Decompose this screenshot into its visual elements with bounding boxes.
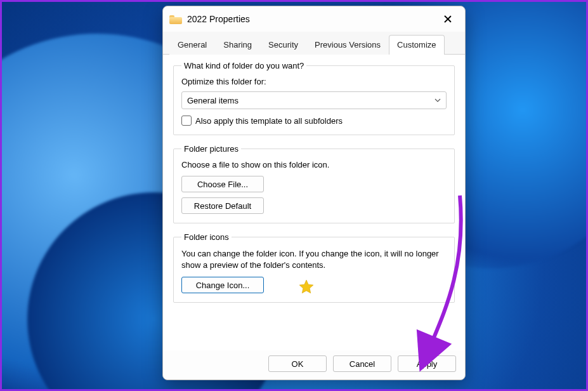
group-folder-icons: Folder icons You can change the folder i… [173, 232, 455, 303]
dialog-footer: OK Cancel Apply [163, 350, 465, 380]
group-folder-icons-legend: Folder icons [181, 232, 232, 242]
close-button[interactable] [436, 10, 460, 29]
apply-subfolders-label: Also apply this template to all subfolde… [195, 116, 343, 126]
chevron-down-icon [434, 97, 441, 103]
folder-pictures-desc: Choose a file to show on this folder ico… [181, 160, 447, 169]
tab-content-customize: What kind of folder do you want? Optimiz… [163, 55, 465, 350]
tab-general[interactable]: General [169, 35, 215, 55]
close-icon [444, 15, 452, 23]
tab-security[interactable]: Security [260, 35, 306, 55]
change-icon-button[interactable]: Change Icon... [181, 277, 264, 293]
group-folder-kind-legend: What kind of folder do you want? [181, 61, 306, 70]
apply-subfolders-checkbox[interactable] [181, 116, 192, 126]
tab-previous-versions[interactable]: Previous Versions [306, 35, 389, 55]
tab-customize[interactable]: Customize [389, 35, 444, 55]
folder-icons-desc: You can change the folder icon. If you c… [181, 248, 447, 270]
group-folder-pictures-legend: Folder pictures [181, 144, 241, 154]
optimize-label: Optimize this folder for: [181, 77, 447, 86]
optimize-combobox[interactable]: General items [181, 91, 447, 109]
group-folder-pictures: Folder pictures Choose a file to show on… [173, 144, 455, 223]
tab-sharing[interactable]: Sharing [215, 35, 260, 55]
cancel-button[interactable]: Cancel [333, 355, 391, 372]
titlebar: 2022 Properties [163, 6, 465, 32]
window-title: 2022 Properties [187, 14, 250, 24]
restore-default-button[interactable]: Restore Default [181, 197, 264, 214]
tabstrip: General Sharing Security Previous Versio… [163, 32, 465, 55]
choose-file-button[interactable]: Choose File... [181, 176, 264, 192]
apply-subfolders-row: Also apply this template to all subfolde… [181, 116, 447, 126]
folder-icon [169, 14, 182, 24]
star-icon [298, 279, 315, 295]
ok-button[interactable]: OK [268, 355, 327, 372]
optimize-combobox-value: General items [187, 96, 238, 105]
apply-button[interactable]: Apply [398, 355, 456, 372]
group-folder-kind: What kind of folder do you want? Optimiz… [173, 61, 455, 135]
properties-dialog: 2022 Properties General Sharing Security… [162, 6, 466, 380]
